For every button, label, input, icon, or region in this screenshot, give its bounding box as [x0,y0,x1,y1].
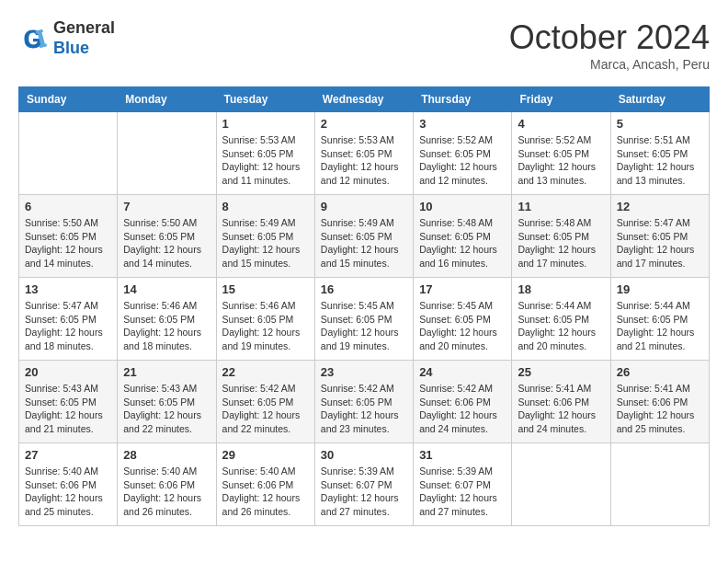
calendar-cell: 30Sunrise: 5:39 AM Sunset: 6:07 PM Dayli… [314,443,413,526]
calendar-cell: 25Sunrise: 5:41 AM Sunset: 6:06 PM Dayli… [512,361,610,443]
calendar-cell: 22Sunrise: 5:42 AM Sunset: 6:05 PM Dayli… [216,361,314,443]
calendar-cell: 10Sunrise: 5:48 AM Sunset: 6:05 PM Dayli… [414,195,512,278]
calendar-week-1: 1Sunrise: 5:53 AM Sunset: 6:05 PM Daylig… [19,112,710,195]
calendar-cell: 14Sunrise: 5:46 AM Sunset: 6:05 PM Dayli… [118,278,216,361]
cell-content: Sunrise: 5:39 AM Sunset: 6:07 PM Dayligh… [321,465,407,519]
day-number: 4 [518,117,604,131]
calendar-cell: 23Sunrise: 5:42 AM Sunset: 6:05 PM Dayli… [314,361,413,443]
cell-content: Sunrise: 5:47 AM Sunset: 6:05 PM Dayligh… [617,216,703,270]
cell-content: Sunrise: 5:46 AM Sunset: 6:05 PM Dayligh… [222,299,309,353]
calendar-cell: 26Sunrise: 5:41 AM Sunset: 6:06 PM Dayli… [610,361,709,443]
cell-content: Sunrise: 5:45 AM Sunset: 6:05 PM Dayligh… [321,299,407,353]
cell-content: Sunrise: 5:39 AM Sunset: 6:07 PM Dayligh… [419,465,506,519]
day-number: 15 [222,282,309,296]
calendar-cell: 8Sunrise: 5:49 AM Sunset: 6:05 PM Daylig… [216,195,314,278]
calendar-table: Sunday Monday Tuesday Wednesday Thursday… [18,86,710,526]
day-number: 20 [25,365,111,379]
calendar-cell: 27Sunrise: 5:40 AM Sunset: 6:06 PM Dayli… [19,443,118,526]
col-friday: Friday [512,87,610,112]
cell-content: Sunrise: 5:52 AM Sunset: 6:05 PM Dayligh… [518,133,604,188]
calendar-cell [118,112,216,195]
calendar-cell: 1Sunrise: 5:53 AM Sunset: 6:05 PM Daylig… [216,112,314,195]
day-number: 26 [617,365,703,379]
day-number: 6 [25,200,111,213]
cell-content: Sunrise: 5:43 AM Sunset: 6:05 PM Dayligh… [25,382,111,436]
cell-content: Sunrise: 5:48 AM Sunset: 6:05 PM Dayligh… [518,216,604,270]
day-number: 27 [25,448,111,462]
col-sunday: Sunday [19,87,118,112]
calendar-cell: 18Sunrise: 5:44 AM Sunset: 6:05 PM Dayli… [512,278,610,361]
calendar-cell: 9Sunrise: 5:49 AM Sunset: 6:05 PM Daylig… [314,195,413,278]
logo: General Blue [18,18,115,58]
col-thursday: Thursday [414,87,512,112]
cell-content: Sunrise: 5:40 AM Sunset: 6:06 PM Dayligh… [25,465,111,519]
calendar-cell: 2Sunrise: 5:53 AM Sunset: 6:05 PM Daylig… [314,112,413,195]
cell-content: Sunrise: 5:42 AM Sunset: 6:05 PM Dayligh… [222,382,309,436]
calendar-cell [610,443,709,526]
day-number: 11 [518,200,604,213]
cell-content: Sunrise: 5:40 AM Sunset: 6:06 PM Dayligh… [123,465,210,519]
cell-content: Sunrise: 5:41 AM Sunset: 6:06 PM Dayligh… [617,382,703,436]
day-number: 14 [123,282,210,296]
col-wednesday: Wednesday [314,87,413,112]
day-number: 21 [123,365,210,379]
day-number: 24 [419,365,506,379]
cell-content: Sunrise: 5:41 AM Sunset: 6:06 PM Dayligh… [518,382,604,436]
calendar-cell: 5Sunrise: 5:51 AM Sunset: 6:05 PM Daylig… [610,112,709,195]
cell-content: Sunrise: 5:50 AM Sunset: 6:05 PM Dayligh… [123,216,210,270]
calendar-week-4: 20Sunrise: 5:43 AM Sunset: 6:05 PM Dayli… [19,361,710,443]
col-monday: Monday [118,87,216,112]
calendar-cell: 31Sunrise: 5:39 AM Sunset: 6:07 PM Dayli… [414,443,512,526]
day-number: 18 [518,282,604,296]
calendar-week-2: 6Sunrise: 5:50 AM Sunset: 6:05 PM Daylig… [19,195,710,278]
day-number: 2 [321,117,407,131]
cell-content: Sunrise: 5:47 AM Sunset: 6:05 PM Dayligh… [25,299,111,353]
day-number: 5 [617,117,703,131]
cell-content: Sunrise: 5:40 AM Sunset: 6:06 PM Dayligh… [222,465,309,519]
calendar-cell: 6Sunrise: 5:50 AM Sunset: 6:05 PM Daylig… [19,195,118,278]
calendar-cell: 19Sunrise: 5:44 AM Sunset: 6:05 PM Dayli… [610,278,709,361]
calendar-cell [512,443,610,526]
day-number: 10 [419,200,506,213]
header-row: Sunday Monday Tuesday Wednesday Thursday… [19,87,710,112]
calendar-cell: 12Sunrise: 5:47 AM Sunset: 6:05 PM Dayli… [610,195,709,278]
cell-content: Sunrise: 5:45 AM Sunset: 6:05 PM Dayligh… [419,299,506,353]
day-number: 12 [617,200,703,213]
logo-icon [18,24,48,53]
cell-content: Sunrise: 5:46 AM Sunset: 6:05 PM Dayligh… [123,299,210,353]
day-number: 17 [419,282,506,296]
page-header: General Blue October 2024 Marca, Ancash,… [18,18,710,72]
calendar-week-3: 13Sunrise: 5:47 AM Sunset: 6:05 PM Dayli… [19,278,710,361]
cell-content: Sunrise: 5:42 AM Sunset: 6:06 PM Dayligh… [419,382,506,436]
day-number: 16 [321,282,407,296]
month-title: October 2024 [509,18,710,57]
title-block: October 2024 Marca, Ancash, Peru [509,18,710,72]
day-number: 28 [123,448,210,462]
calendar-cell: 28Sunrise: 5:40 AM Sunset: 6:06 PM Dayli… [118,443,216,526]
day-number: 9 [321,200,407,213]
calendar-cell: 24Sunrise: 5:42 AM Sunset: 6:06 PM Dayli… [414,361,512,443]
day-number: 7 [123,200,210,213]
cell-content: Sunrise: 5:44 AM Sunset: 6:05 PM Dayligh… [617,299,703,353]
cell-content: Sunrise: 5:48 AM Sunset: 6:05 PM Dayligh… [419,216,506,270]
calendar-cell: 17Sunrise: 5:45 AM Sunset: 6:05 PM Dayli… [414,278,512,361]
cell-content: Sunrise: 5:51 AM Sunset: 6:05 PM Dayligh… [617,133,703,188]
cell-content: Sunrise: 5:49 AM Sunset: 6:05 PM Dayligh… [321,216,407,270]
cell-content: Sunrise: 5:49 AM Sunset: 6:05 PM Dayligh… [222,216,309,270]
calendar-cell: 29Sunrise: 5:40 AM Sunset: 6:06 PM Dayli… [216,443,314,526]
cell-content: Sunrise: 5:44 AM Sunset: 6:05 PM Dayligh… [518,299,604,353]
calendar-cell: 20Sunrise: 5:43 AM Sunset: 6:05 PM Dayli… [19,361,118,443]
calendar-cell: 4Sunrise: 5:52 AM Sunset: 6:05 PM Daylig… [512,112,610,195]
calendar-week-5: 27Sunrise: 5:40 AM Sunset: 6:06 PM Dayli… [19,443,710,526]
calendar-cell: 13Sunrise: 5:47 AM Sunset: 6:05 PM Dayli… [19,278,118,361]
day-number: 1 [222,117,309,131]
day-number: 22 [222,365,309,379]
day-number: 31 [419,448,506,462]
day-number: 29 [222,448,309,462]
logo-text: General Blue [53,18,115,58]
calendar-cell: 15Sunrise: 5:46 AM Sunset: 6:05 PM Dayli… [216,278,314,361]
calendar-cell: 21Sunrise: 5:43 AM Sunset: 6:05 PM Dayli… [118,361,216,443]
col-saturday: Saturday [610,87,709,112]
day-number: 8 [222,200,309,213]
day-number: 25 [518,365,604,379]
